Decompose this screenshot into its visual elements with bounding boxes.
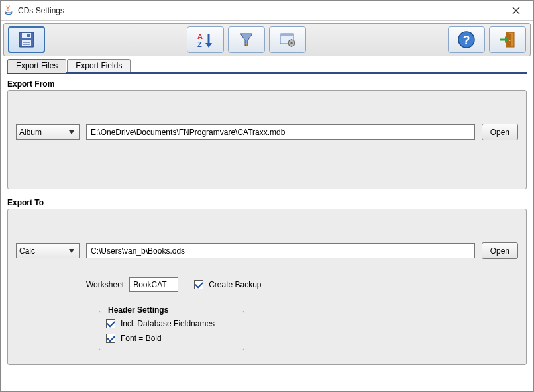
window-title: CDs Settings bbox=[18, 6, 502, 15]
svg-line-24 bbox=[294, 40, 294, 41]
incl-fieldnames-label: Incl. Database Fieldnames bbox=[121, 319, 215, 328]
help-button[interactable]: ? bbox=[448, 26, 485, 53]
tabs: Export Files Export Fields bbox=[7, 59, 527, 74]
header-settings-title: Header Settings bbox=[105, 305, 171, 315]
svg-rect-5 bbox=[22, 40, 31, 46]
header-settings-group: Header Settings Incl. Database Fieldname… bbox=[99, 311, 244, 350]
svg-marker-34 bbox=[69, 249, 74, 253]
svg-rect-15 bbox=[280, 34, 294, 36]
button-label: Open bbox=[490, 128, 509, 137]
export-to-combo[interactable]: Calc bbox=[16, 243, 80, 258]
exit-button[interactable] bbox=[489, 26, 526, 53]
svg-marker-33 bbox=[69, 130, 74, 134]
svg-line-22 bbox=[289, 40, 290, 41]
section-title-export-from: Export From bbox=[7, 79, 527, 89]
open-from-button[interactable]: Open bbox=[482, 124, 518, 140]
export-to-path[interactable] bbox=[86, 243, 475, 258]
tab-label: Export Fields bbox=[76, 61, 122, 70]
font-bold-label: Font = Bold bbox=[121, 334, 162, 343]
export-from-path[interactable] bbox=[86, 124, 475, 140]
close-button[interactable] bbox=[502, 1, 531, 20]
tab-export-fields[interactable]: Export Fields bbox=[67, 59, 131, 72]
svg-text:?: ? bbox=[463, 34, 470, 47]
combo-value: Calc bbox=[19, 246, 66, 256]
incl-fieldnames-checkbox[interactable] bbox=[106, 319, 115, 328]
tab-export-files[interactable]: Export Files bbox=[7, 59, 66, 73]
java-icon bbox=[3, 5, 14, 16]
section-title-export-to: Export To bbox=[7, 198, 527, 207]
button-label: Open bbox=[490, 246, 509, 256]
combo-value: Album bbox=[19, 128, 66, 137]
svg-line-23 bbox=[294, 45, 294, 46]
svg-text:A: A bbox=[197, 32, 203, 40]
filter-button[interactable] bbox=[228, 26, 265, 53]
chevron-down-icon bbox=[66, 125, 76, 139]
svg-text:Z: Z bbox=[197, 40, 202, 48]
tab-label: Export Files bbox=[16, 61, 58, 70]
worksheet-label: Worksheet bbox=[86, 280, 124, 289]
worksheet-input[interactable] bbox=[129, 277, 178, 292]
content: Export From Album Open Export To Calc bbox=[1, 74, 533, 371]
toolbar: A Z ? bbox=[3, 23, 531, 56]
titlebar: CDs Settings bbox=[1, 1, 533, 21]
create-backup-label: Create Backup bbox=[209, 280, 261, 289]
svg-point-30 bbox=[509, 40, 511, 41]
chevron-down-icon bbox=[66, 244, 76, 258]
window-settings-button[interactable] bbox=[269, 26, 306, 53]
svg-rect-4 bbox=[27, 34, 30, 37]
create-backup-checkbox[interactable] bbox=[194, 280, 203, 289]
sort-az-button[interactable]: A Z bbox=[187, 26, 224, 53]
font-bold-checkbox[interactable] bbox=[106, 334, 115, 343]
open-to-button[interactable]: Open bbox=[482, 242, 518, 259]
export-to-panel: Calc Open Worksheet Create Backup Header… bbox=[7, 209, 527, 365]
export-from-combo[interactable]: Album bbox=[16, 124, 80, 140]
save-button[interactable] bbox=[8, 26, 45, 53]
svg-marker-11 bbox=[205, 43, 212, 48]
export-from-panel: Album Open bbox=[7, 90, 527, 189]
svg-point-17 bbox=[290, 42, 292, 44]
svg-line-25 bbox=[289, 45, 290, 46]
